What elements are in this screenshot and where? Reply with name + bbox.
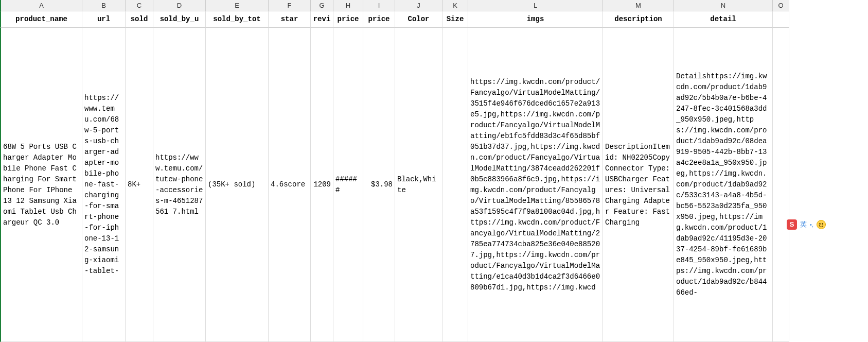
- header-price[interactable]: price: [333, 11, 363, 28]
- header-product-name[interactable]: product_name: [0, 11, 82, 28]
- header-revi[interactable]: revi: [311, 11, 333, 28]
- header-imgs[interactable]: imgs: [468, 11, 603, 28]
- field-header-row: product_name url sold sold_by_u sold_by_…: [0, 11, 789, 28]
- header-sold[interactable]: sold: [126, 11, 153, 28]
- cell-revi[interactable]: 1209: [311, 28, 333, 342]
- ime-language-label: 英: [800, 220, 807, 229]
- cell-detail[interactable]: Detailshttps://img.kwcdn.com/product/1da…: [674, 28, 773, 342]
- col-header-M[interactable]: M: [603, 0, 674, 11]
- col-header-L[interactable]: L: [468, 0, 603, 11]
- header-sold-by-tot[interactable]: sold_by_tot: [206, 11, 269, 28]
- col-header-E[interactable]: E: [206, 0, 269, 11]
- column-header-row: A B C D E F G H I J K L M N O: [0, 0, 789, 11]
- cell-product-name[interactable]: 68W 5 Ports USB Charger Adapter Mobile P…: [0, 28, 82, 342]
- col-header-N[interactable]: N: [674, 0, 773, 11]
- cell-color[interactable]: Black,White: [395, 28, 442, 342]
- cell-empty[interactable]: [773, 28, 789, 342]
- cell-url[interactable]: https://www.temu.com/68w-5-ports-usb-cha…: [82, 28, 126, 342]
- cell-price-value[interactable]: $3.98: [363, 28, 395, 342]
- cell-imgs[interactable]: https://img.kwcdn.com/product/Fancyalgo/…: [468, 28, 603, 342]
- col-header-G[interactable]: G: [311, 0, 333, 11]
- cell-description[interactable]: DescriptionItem id: NH02205CopyConnector…: [603, 28, 674, 342]
- cell-star[interactable]: 4.6score: [269, 28, 311, 342]
- col-header-I[interactable]: I: [363, 0, 395, 11]
- header-color[interactable]: Color: [395, 11, 442, 28]
- col-header-B[interactable]: B: [82, 0, 126, 11]
- col-header-F[interactable]: F: [269, 0, 311, 11]
- col-header-J[interactable]: J: [395, 0, 442, 11]
- col-header-K[interactable]: K: [442, 0, 468, 11]
- ime-emoji-icon: [817, 220, 826, 229]
- cell-sold-by-u[interactable]: https://www.temu.com/tutew-phone-accesso…: [153, 28, 206, 342]
- col-header-H[interactable]: H: [333, 0, 363, 11]
- col-header-O[interactable]: O: [773, 0, 789, 11]
- sogou-ime-icon: S: [787, 219, 797, 230]
- data-row-1: 68W 5 Ports USB Charger Adapter Mobile P…: [0, 28, 789, 342]
- col-header-D[interactable]: D: [153, 0, 206, 11]
- col-header-C[interactable]: C: [126, 0, 153, 11]
- cell-price-overflow[interactable]: ######: [333, 28, 363, 342]
- header-price2[interactable]: price: [363, 11, 395, 28]
- header-detail[interactable]: detail: [674, 11, 773, 28]
- cell-sold-by-tot[interactable]: (35K+ sold): [206, 28, 269, 342]
- col-header-A[interactable]: A: [0, 0, 82, 11]
- header-star[interactable]: star: [269, 11, 311, 28]
- header-url[interactable]: url: [82, 11, 126, 28]
- header-sold-by-u[interactable]: sold_by_u: [153, 11, 206, 28]
- ime-punctuation-label: •,: [810, 221, 813, 228]
- cell-sold[interactable]: 8K+: [126, 28, 153, 342]
- ime-indicator[interactable]: S 英 •,: [787, 219, 826, 230]
- cell-size[interactable]: [442, 28, 468, 342]
- header-empty[interactable]: [773, 11, 789, 28]
- spreadsheet-grid[interactable]: A B C D E F G H I J K L M N O product_na…: [0, 0, 868, 342]
- header-description[interactable]: description: [603, 11, 674, 28]
- header-size[interactable]: Size: [442, 11, 468, 28]
